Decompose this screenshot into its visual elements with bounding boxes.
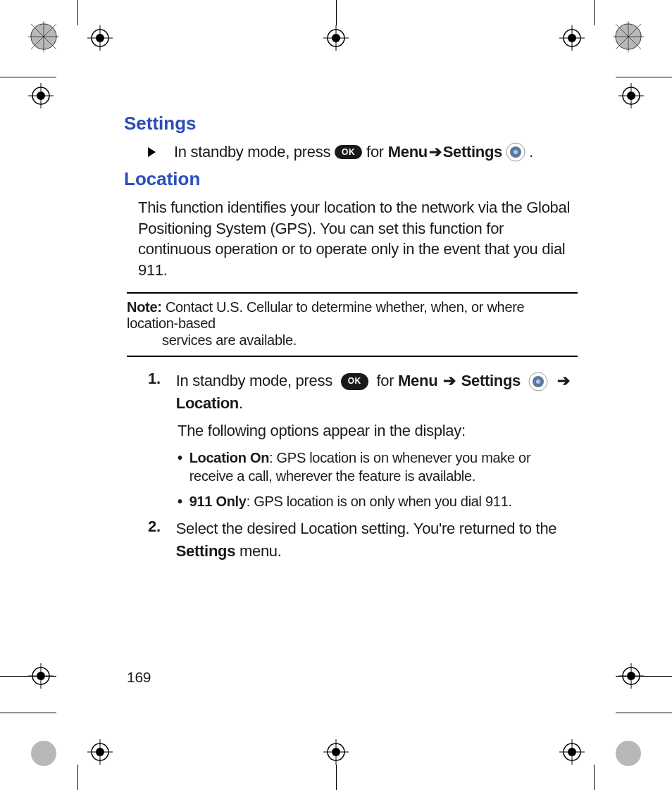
crosshair-icon <box>87 25 113 51</box>
heading-settings: Settings <box>124 113 578 134</box>
registration-mark-icon <box>613 21 644 52</box>
text: for <box>366 143 384 161</box>
bullet-icon: • <box>178 492 182 510</box>
ok-button-icon: OK <box>335 145 362 159</box>
text: for <box>376 372 394 389</box>
note-block: Note: Contact U.S. Cellular to determine… <box>127 292 578 357</box>
option-location-on: • Location On: GPS location is on whenev… <box>178 449 578 485</box>
heading-location: Location <box>124 168 578 190</box>
crosshair-icon <box>559 739 585 765</box>
period: . <box>529 143 533 161</box>
option-911-only: • 911 Only: GPS location is on only when… <box>178 492 578 510</box>
text: In standby mode, press <box>174 143 330 161</box>
registration-mark-icon <box>613 738 644 769</box>
ok-button-icon: OK <box>341 373 368 389</box>
crosshair-icon <box>323 25 349 51</box>
note-text-cont: services are available. <box>162 332 578 349</box>
arrow-icon: ➔ <box>557 372 570 389</box>
svg-point-12 <box>31 741 56 766</box>
crosshair-icon <box>618 663 644 689</box>
crosshair-icon <box>323 739 349 765</box>
registration-mark-icon <box>28 21 59 52</box>
settings-label: Settings <box>443 143 502 161</box>
text: Select the desired Location setting. You… <box>176 520 557 537</box>
intro-step: In standby mode, press OK for Menu ➔ Set… <box>148 142 578 163</box>
menu-label: Menu <box>388 143 428 161</box>
location-paragraph: This function identifies your location t… <box>138 197 578 281</box>
gear-icon <box>505 142 526 163</box>
crosshair-icon <box>28 663 54 689</box>
step-number: 1. <box>148 370 161 415</box>
step-1: 1. In standby mode, press OK for Menu ➔ … <box>148 370 578 415</box>
note-text: Contact U.S. Cellular to determine wheth… <box>127 299 524 331</box>
text: menu. <box>235 542 281 560</box>
registration-mark-icon <box>28 738 59 769</box>
step-1-subtext: The following options appear in the disp… <box>178 422 578 440</box>
crosshair-icon <box>28 83 54 108</box>
page-content: Settings In standby mode, press OK for M… <box>127 113 578 570</box>
bullet-icon: • <box>178 449 182 485</box>
page-number: 169 <box>127 669 151 686</box>
arrow-icon: ➔ <box>429 143 442 161</box>
crosshair-icon <box>618 83 644 108</box>
settings-label: Settings <box>176 542 235 560</box>
text: In standby mode, press <box>176 372 332 389</box>
arrow-icon: ➔ <box>443 372 456 389</box>
note-label: Note: <box>127 299 162 315</box>
option-text: : GPS location is on only when you dial … <box>247 494 512 509</box>
settings-label: Settings <box>461 372 521 389</box>
menu-label: Menu <box>398 372 437 389</box>
svg-point-56 <box>514 150 518 154</box>
option-label: 911 Only <box>189 494 247 509</box>
step-2: 2. Select the desired Location setting. … <box>148 518 578 563</box>
option-label: Location On <box>189 450 269 465</box>
triangle-bullet-icon <box>148 147 156 157</box>
step-number: 2. <box>148 518 161 563</box>
crosshair-icon <box>87 739 113 765</box>
gear-icon <box>528 371 549 392</box>
period: . <box>239 394 243 412</box>
crosshair-icon <box>559 25 585 51</box>
location-label: Location <box>176 394 239 412</box>
svg-point-59 <box>536 380 540 384</box>
svg-point-13 <box>616 741 641 766</box>
